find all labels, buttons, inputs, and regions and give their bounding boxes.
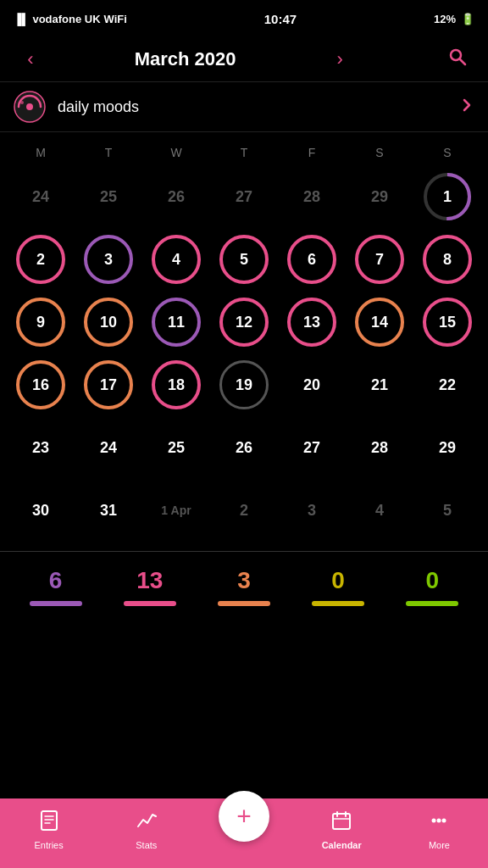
carrier-label: vodafone UK	[32, 13, 100, 25]
stat-orange-number: 3	[237, 567, 251, 594]
header-nav: ‹ March 2020 ›	[0, 37, 488, 81]
cal-day-16[interactable]: 16	[7, 354, 75, 415]
battery-icon: 🔋	[461, 13, 474, 25]
svg-point-4	[20, 101, 24, 104]
stat-pink-bar	[124, 601, 176, 606]
stat-pink: 13	[124, 567, 176, 606]
cal-day-1[interactable]: 1	[413, 166, 481, 227]
add-button-wrap: +	[195, 791, 292, 842]
stat-orange-bar	[218, 601, 270, 606]
cal-day-4apr[interactable]: 4	[346, 480, 413, 541]
cal-day-30[interactable]: 30	[7, 480, 75, 541]
tab-stats[interactable]: Stats	[97, 810, 195, 850]
cal-day-19[interactable]: 19	[210, 354, 278, 415]
stats-icon	[136, 810, 158, 837]
tab-bar: Entries Stats + Calendar	[0, 798, 488, 868]
svg-point-16	[437, 819, 441, 823]
daily-moods-label: daily moods	[58, 98, 459, 116]
add-button[interactable]: +	[219, 791, 269, 842]
mood-app-icon	[14, 91, 46, 123]
cal-day-1apr[interactable]: 1 Apr	[142, 480, 210, 541]
stats-row: 6 13 3 0 0	[0, 552, 488, 613]
stat-orange: 3	[218, 567, 270, 606]
stat-purple-bar	[30, 601, 82, 606]
stat-yellow-number: 0	[331, 567, 345, 594]
weekday-header: M T W T F S S	[7, 139, 481, 163]
tab-calendar[interactable]: Calendar	[293, 810, 391, 850]
weekday-tue: T	[75, 146, 142, 159]
cal-day-11[interactable]: 11	[142, 292, 210, 353]
cal-day-3apr[interactable]: 3	[278, 480, 346, 541]
weekday-thu: T	[210, 146, 278, 159]
cal-day-7[interactable]: 7	[346, 229, 413, 290]
status-left: ▐▌ vodafone UK WiFi	[14, 13, 127, 25]
cal-day-20[interactable]: 20	[278, 354, 346, 415]
cal-day-3[interactable]: 3	[75, 229, 142, 290]
cal-day-21[interactable]: 21	[346, 354, 413, 415]
cal-day-23[interactable]: 23	[7, 417, 75, 478]
stat-yellow-bar	[312, 601, 364, 606]
status-right: 12% 🔋	[434, 13, 474, 25]
cal-day-22[interactable]: 22	[413, 354, 481, 415]
calendar-label: Calendar	[322, 840, 362, 850]
cal-day-12[interactable]: 12	[210, 292, 278, 353]
cal-day-31[interactable]: 31	[75, 480, 142, 541]
cal-day-18[interactable]: 18	[142, 354, 210, 415]
cal-day-28[interactable]: 28	[346, 417, 413, 478]
svg-rect-7	[42, 811, 57, 830]
wifi-icon: WiFi	[104, 13, 127, 25]
stat-purple: 6	[30, 567, 82, 606]
cal-day-10[interactable]: 10	[75, 292, 142, 353]
stat-purple-number: 6	[49, 567, 63, 594]
cal-day-25[interactable]: 25	[142, 417, 210, 478]
svg-rect-11	[333, 814, 350, 829]
cal-day-29[interactable]: 29	[413, 417, 481, 478]
cal-day-28prev[interactable]: 28	[278, 166, 346, 227]
cal-day-13[interactable]: 13	[278, 292, 346, 353]
weekday-sat: S	[346, 146, 413, 159]
status-bar: ▐▌ vodafone UK WiFi 10:47 12% 🔋	[0, 0, 488, 37]
tab-entries[interactable]: Entries	[0, 810, 97, 850]
weekday-wed: W	[142, 146, 210, 159]
weekday-mon: M	[7, 146, 75, 159]
tab-more[interactable]: More	[391, 810, 488, 850]
svg-point-3	[26, 103, 33, 110]
calendar-icon	[330, 810, 352, 837]
next-month-button[interactable]: ›	[326, 48, 353, 70]
daily-moods-chevron	[459, 97, 474, 117]
cal-day-17[interactable]: 17	[75, 354, 142, 415]
cal-day-14[interactable]: 14	[346, 292, 413, 353]
cal-day-4[interactable]: 4	[142, 229, 210, 290]
svg-point-17	[442, 819, 446, 823]
entries-icon	[38, 810, 60, 837]
cal-day-6[interactable]: 6	[278, 229, 346, 290]
cal-day-29prev[interactable]: 29	[346, 166, 413, 227]
cal-day-27[interactable]: 27	[278, 417, 346, 478]
cal-day-24[interactable]: 24	[75, 417, 142, 478]
add-icon: +	[236, 804, 252, 829]
prev-month-button[interactable]: ‹	[17, 48, 44, 70]
svg-point-15	[432, 819, 436, 823]
cal-day-2apr[interactable]: 2	[210, 480, 278, 541]
more-icon	[428, 810, 450, 837]
weekday-fri: F	[278, 146, 346, 159]
cal-day-9[interactable]: 9	[7, 292, 75, 353]
weekday-sun: S	[413, 146, 481, 159]
daily-moods-row[interactable]: daily moods	[0, 81, 488, 132]
stat-pink-number: 13	[136, 567, 163, 594]
cal-day-5[interactable]: 5	[210, 229, 278, 290]
cal-day-25prev[interactable]: 25	[75, 166, 142, 227]
cal-day-2[interactable]: 2	[7, 229, 75, 290]
stat-yellow: 0	[312, 567, 364, 606]
cal-day-26[interactable]: 26	[210, 417, 278, 478]
cal-day-24prev[interactable]: 24	[7, 166, 75, 227]
cal-day-8[interactable]: 8	[413, 229, 481, 290]
cal-day-27prev[interactable]: 27	[210, 166, 278, 227]
svg-line-1	[460, 59, 465, 64]
entries-label: Entries	[34, 840, 63, 850]
cal-day-15[interactable]: 15	[413, 292, 481, 353]
stat-green-bar	[406, 601, 458, 606]
search-button[interactable]	[444, 47, 471, 72]
cal-day-26prev[interactable]: 26	[142, 166, 210, 227]
cal-day-5apr[interactable]: 5	[413, 480, 481, 541]
